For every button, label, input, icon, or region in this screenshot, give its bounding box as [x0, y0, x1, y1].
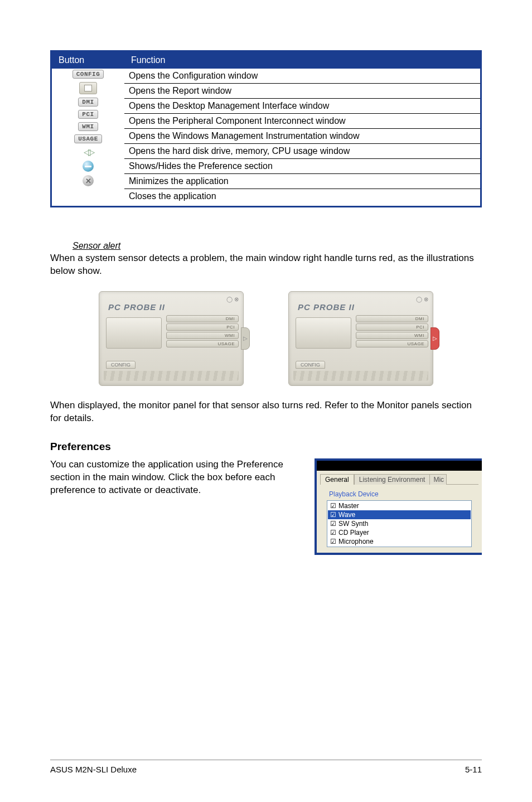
tab-listening[interactable]: Listening Environment — [354, 474, 431, 485]
fn-report: Opens the Report window — [124, 84, 480, 99]
probe-btn-dmi-2: DMI — [356, 315, 428, 322]
probe-stripes — [104, 371, 239, 381]
sensor-alert-heading: Sensor alert — [72, 241, 482, 251]
button-function-table-wrapper: Button Function CONFIG DMI PCI WMI USAGE — [50, 52, 482, 207]
wmi-icon: WMI — [78, 122, 98, 131]
probe-title-left: PC PROBE II — [108, 302, 239, 312]
probe-logo-2 — [296, 317, 351, 349]
probe-config-tab-2: CONFIG — [296, 361, 325, 369]
fn-wmi: Opens the Windows Management Instrumenta… — [124, 129, 480, 144]
probe-btn-usage: USAGE — [166, 340, 239, 347]
pc-probe-alert: ◯ ⊗ PC PROBE II DMI PCI WMI USAGE CONFIG… — [288, 291, 433, 386]
fn-usage: Opens the hard disk drive, memory, CPU u… — [124, 144, 480, 159]
fn-pci: Opens the Peripheral Component Interconn… — [124, 114, 480, 129]
sensor-alert-para1: When a system sensor detects a problem, … — [50, 252, 482, 278]
minimize-icon — [83, 161, 94, 172]
pc-probe-normal: ◯ ⊗ PC PROBE II DMI PCI WMI USAGE CONFIG… — [99, 291, 244, 386]
preferences-heading: Preferences — [50, 441, 482, 453]
list-item-master[interactable]: Master — [328, 501, 471, 510]
probe-btn-pci: PCI — [166, 323, 239, 331]
tab-mic[interactable]: Mic — [430, 474, 447, 485]
probe-top-icons-2: ◯ ⊗ — [293, 296, 428, 302]
list-item-swsynth[interactable]: SW Synth — [328, 519, 471, 528]
probe-btn-pci-2: PCI — [356, 323, 428, 331]
list-item-wave[interactable]: Wave — [328, 510, 471, 519]
probe-handle-red: ▷ — [431, 327, 439, 350]
probe-config-tab: CONFIG — [106, 361, 136, 369]
dmi-icon: DMI — [78, 98, 98, 107]
playback-device-list[interactable]: Master Wave SW Synth CD Player Microphon… — [327, 500, 472, 547]
tab-general[interactable]: General — [320, 474, 354, 485]
list-item-microphone[interactable]: Microphone — [328, 537, 471, 546]
close-icon: ✕ — [83, 175, 94, 186]
fn-expand: Shows/Hides the Preference section — [124, 159, 480, 174]
probe-handle-normal: ▷ — [241, 327, 250, 350]
usage-icon: USAGE — [74, 134, 102, 143]
probe-top-icons: ◯ ⊗ — [104, 296, 239, 302]
fn-dmi: Opens the Desktop Management Interface w… — [124, 99, 480, 114]
footer-right: 5-11 — [465, 765, 482, 774]
illustration-row: ◯ ⊗ PC PROBE II DMI PCI WMI USAGE CONFIG… — [50, 291, 482, 386]
probe-title-right: PC PROBE II — [298, 302, 428, 312]
probe-logo — [106, 317, 162, 349]
button-function-table: Button Function CONFIG DMI PCI WMI USAGE — [52, 52, 480, 204]
sensor-alert-para2: When displayed, the monitor panel for th… — [50, 399, 482, 425]
header-function: Function — [124, 52, 480, 69]
list-item-cdplayer[interactable]: CD Player — [328, 528, 471, 537]
probe-btn-wmi-2: WMI — [356, 332, 428, 339]
page-footer: ASUS M2N-SLI Deluxe 5-11 — [50, 760, 482, 774]
expand-collapse-icon: ◁▷ — [84, 147, 93, 157]
preferences-text: You can customize the application using … — [50, 458, 298, 555]
header-button: Button — [52, 52, 124, 69]
fn-close: Closes the application — [124, 189, 480, 204]
probe-btn-usage-2: USAGE — [356, 340, 428, 347]
fn-config: Opens the Configuration window — [124, 69, 480, 84]
prefs-titlebar — [317, 461, 482, 471]
preferences-screenshot: GeneralListening EnvironmentMic Playback… — [315, 458, 482, 555]
config-icon: CONFIG — [72, 70, 104, 79]
report-icon — [79, 82, 97, 94]
probe-btn-wmi: WMI — [166, 332, 239, 339]
pci-icon: PCI — [78, 110, 98, 119]
fn-minimize: Minimizes the application — [124, 174, 480, 189]
probe-btn-dmi: DMI — [166, 315, 239, 322]
group-playback-device: Playback Device — [329, 490, 474, 498]
probe-stripes-2 — [293, 371, 428, 381]
footer-left: ASUS M2N-SLI Deluxe — [50, 765, 137, 774]
